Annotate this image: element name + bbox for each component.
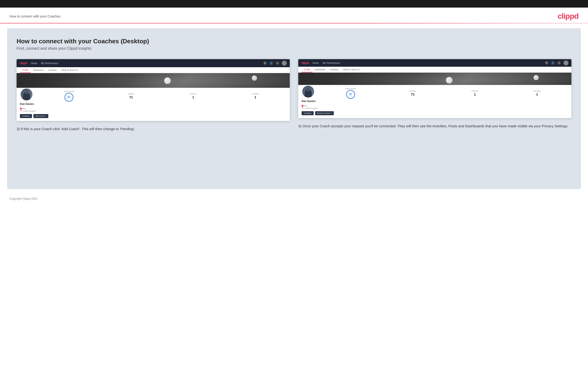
avatar-icon-right[interactable] (563, 60, 569, 66)
stat-activities-left: Activities 71 (100, 93, 162, 99)
quality-ring-left: 97 (64, 93, 73, 102)
stat-activities-value-left: 71 (129, 95, 133, 99)
ss-badge-right: ✓ Pro (302, 105, 307, 107)
stat-following-value-left: 1 (254, 95, 256, 99)
golf-ball-2-right (534, 75, 539, 80)
stat-activities-label-right: Activities (382, 90, 444, 92)
ss-role-right: Pro (304, 105, 307, 107)
ss-location-left: 📍 United Kingdom (20, 110, 286, 112)
stat-activities-label-left: Activities (100, 93, 162, 95)
stat-quality-left: Player Quality 97 (38, 91, 100, 102)
remove-coach-button-right[interactable]: Remove Coach × (315, 111, 334, 115)
tab-activities-left[interactable]: Activities (46, 67, 59, 73)
page-heading: How to connect with your Coaches (Deskto… (17, 38, 571, 45)
screenshot-right: clippd Home My Performance 🔍 👤 ⚙ Profile… (298, 59, 571, 118)
header: How to connect with your Coaches clippd (0, 8, 588, 23)
quality-value-left: 97 (67, 96, 70, 99)
ss-nav-home-left[interactable]: Home (31, 62, 37, 65)
tab-whattoworkon-left[interactable]: What To Work On (59, 67, 81, 73)
tab-profile-right[interactable]: Profile (302, 67, 312, 72)
settings-icon-left[interactable]: ⚙ (276, 61, 279, 65)
ss-stats-left: Player Quality 97 Activities 71 Follower… (38, 91, 286, 102)
ss-nav-home-right[interactable]: Home (312, 62, 319, 64)
avatar-icon-left[interactable] (282, 61, 287, 66)
header-title: How to connect with your Coaches (9, 14, 61, 18)
top-bar (0, 0, 588, 8)
ss-nav-performance-right[interactable]: My Performance (323, 62, 340, 64)
plus-icon-left: + (45, 115, 46, 117)
header-divider (0, 23, 588, 24)
search-icon-right[interactable]: 🔍 (545, 61, 549, 65)
ss-nav-icons-left: 🔍 👤 ⚙ (263, 61, 287, 66)
panels-container: clippd Home My Performance 🔍 👤 ⚙ Profile… (17, 59, 571, 132)
ss-location-text-left: United Kingdom (23, 110, 36, 112)
golf-ball-right (446, 77, 452, 83)
ss-nav-icons-right: 🔍 👤 ⚙ (545, 60, 569, 66)
ss-role-left: Pro (23, 108, 25, 110)
panel-right-description: 4) Once your Coach accepts your request … (298, 123, 571, 129)
golf-ball-left (164, 77, 171, 84)
golf-ball-2-left (252, 75, 257, 81)
stat-followers-left: Followers 1 (162, 93, 224, 99)
settings-icon-right[interactable]: ⚙ (557, 61, 561, 65)
ss-nav-right: clippd Home My Performance 🔍 👤 ⚙ (298, 59, 571, 67)
clippd-logo: clippd (558, 12, 579, 21)
ss-logo-right: clippd (301, 61, 309, 65)
ss-nav-left: clippd Home My Performance 🔍 👤 ⚙ (17, 59, 290, 67)
ss-actions-right: Unfollow Remove Coach × (302, 111, 568, 115)
copyright-text: Copyright Clippd 2022 (9, 197, 38, 200)
stat-followers-label-left: Followers (162, 93, 224, 95)
tab-dashboard-left[interactable]: Dashboard (31, 67, 46, 73)
add-coach-button-left[interactable]: Add Coach + (33, 114, 48, 118)
tab-dashboard-right[interactable]: Dashboard (312, 67, 328, 72)
quality-ring-right: 97 (346, 90, 355, 99)
ss-profile-right: Player Quality 97 Activities 71 Follower… (298, 85, 571, 118)
user-icon-right[interactable]: 👤 (551, 61, 555, 65)
pin-icon-left: 📍 (20, 110, 22, 112)
main-content: How to connect with your Coaches (Deskto… (7, 28, 581, 189)
unfollow-button-right[interactable]: Unfollow (302, 111, 314, 115)
tab-whattoworkon-right[interactable]: What To Work On (341, 67, 362, 72)
stat-following-right: Following 1 (506, 90, 568, 97)
ss-tabs-left: Profile Dashboard Activities What To Wor… (17, 67, 290, 73)
tab-profile-left[interactable]: Profile (20, 67, 31, 73)
verified-icon-right: ✓ (302, 105, 303, 107)
stat-following-label-left: Following (224, 93, 286, 95)
screenshot-left: clippd Home My Performance 🔍 👤 ⚙ Profile… (17, 59, 290, 121)
ss-location-right: 📍 United Kingdom (302, 107, 568, 109)
ss-name-right: Dan Davies (302, 100, 568, 102)
ss-location-text-right: United Kingdom (304, 107, 318, 109)
ss-stats-right: Player Quality 97 Activities 71 Follower… (320, 88, 568, 99)
avatar-person-right (305, 89, 312, 98)
stat-following-value-right: 1 (536, 92, 538, 96)
stat-followers-value-right: 1 (474, 92, 476, 96)
ss-actions-left: Unfollow Add Coach + (20, 114, 286, 118)
stat-following-label-right: Following (506, 90, 568, 92)
panel-right: clippd Home My Performance 🔍 👤 ⚙ Profile… (298, 59, 571, 129)
close-icon-right: × (331, 112, 332, 114)
ss-logo-left: clippd (19, 61, 27, 65)
pin-icon-right: 📍 (302, 107, 304, 109)
avatar-wrap-right (302, 85, 315, 98)
stat-following-left: Following 1 (224, 93, 286, 99)
search-icon-left[interactable]: 🔍 (263, 61, 267, 65)
footer: Copyright Clippd 2022 (0, 194, 588, 204)
verified-icon-left: ✓ (20, 108, 22, 109)
page-subheading: Find, connect and share your Clippd insi… (17, 46, 571, 51)
stat-quality-label-right: Player Quality (320, 88, 382, 89)
tab-activities-right[interactable]: Activities (328, 67, 341, 72)
ss-badge-left: ✓ Pro (20, 108, 25, 110)
stat-quality-right: Player Quality 97 (320, 88, 382, 99)
stat-followers-right: Followers 1 (444, 90, 506, 97)
ss-name-left: Dan Davies (20, 102, 286, 105)
avatar-wrap-left (20, 88, 33, 101)
stat-quality-label-left: Player Quality (38, 91, 100, 92)
ss-nav-performance-left[interactable]: My Performance (41, 62, 58, 65)
ss-profile-left: Player Quality 97 Activities 71 Follower… (17, 88, 290, 121)
avatar-person-left (23, 92, 30, 100)
stat-activities-right: Activities 71 (382, 90, 444, 97)
user-icon-left[interactable]: 👤 (269, 61, 273, 65)
avatar-right (302, 85, 315, 98)
quality-value-right: 97 (349, 93, 352, 96)
unfollow-button-left[interactable]: Unfollow (20, 114, 32, 118)
